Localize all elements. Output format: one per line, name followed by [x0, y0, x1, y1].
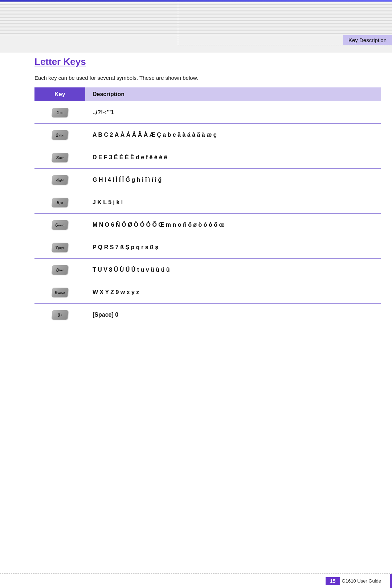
description-cell: [Space] 0 [85, 308, 381, 322]
table-row: 9wxyzW X Y Z 9 w x y z [34, 281, 381, 304]
key-sublabel: pqrs [58, 246, 65, 249]
key-icon: 5jkl [52, 198, 68, 207]
key-number: 8 [56, 267, 59, 272]
key-number: 9 [55, 289, 58, 295]
key-sublabel: tuv [59, 268, 64, 272]
footer-right-accent [390, 574, 392, 588]
key-number: 4 [56, 177, 59, 182]
key-number: 3 [56, 155, 59, 160]
key-sublabel: wxyz [58, 291, 65, 294]
key-icon: 2abc [52, 130, 68, 140]
table-row: 0±[Space] 0 [34, 304, 381, 326]
table-row: 1○□.,/?!-:'"1 [34, 101, 381, 124]
description-cell: M N O 6 Ñ Ö Ø Ò Ó Ô Õ Œ m n o ñ ö ø ò ó … [85, 218, 381, 232]
header: Key Description [0, 0, 392, 53]
key-sublabel: abc [59, 133, 64, 137]
key-cell: 4ghi [34, 172, 85, 188]
description-cell: J K L 5 j k l [85, 196, 381, 209]
table-rows: 1○□.,/?!-:'"12abcA B C 2 Ä À Á Â Ã Å Æ Ç… [34, 101, 381, 326]
key-cell: 6mno [34, 217, 85, 233]
table-row: 5jklJ K L 5 j k l [34, 191, 381, 214]
key-icon: 1○□ [52, 108, 68, 117]
description-cell: .,/?!-:'"1 [85, 106, 381, 119]
table-row: 4ghiG H I 4 Ï Ì Í Î Ğ g h i ï ì í î ğ [34, 169, 381, 191]
key-sublabel: ghi [59, 178, 64, 182]
col-desc-header: Description [85, 87, 381, 101]
table-header: Key Description [34, 87, 381, 101]
table-row: 7pqrsP Q R S 7 ß Ş p q r s ß ş [34, 236, 381, 259]
key-sublabel: def [59, 156, 64, 159]
table-row: 3defD E F 3 Ë È É Ê d e f ë è é ê [34, 146, 381, 169]
key-description-badge: Key Description [343, 35, 392, 45]
key-cell: 0± [34, 307, 85, 322]
table-row: 2abcA B C 2 Ä À Á Â Ã Å Æ Ç a b c ä à á … [34, 124, 381, 146]
description-cell: W X Y Z 9 w x y z [85, 285, 381, 299]
table-row: 6mnoM N O 6 Ñ Ö Ø Ò Ó Ô Õ Œ m n o ñ ö ø … [34, 214, 381, 236]
key-sublabel: ○□ [60, 111, 63, 114]
key-icon: 6mno [52, 220, 68, 230]
key-icon: 9wxyz [52, 288, 68, 297]
key-sublabel: jkl [60, 201, 63, 204]
description-cell: D E F 3 Ë È É Ê d e f ë è é ê [85, 151, 381, 164]
main-content: Letter Keys Each key can be used for sev… [34, 56, 381, 326]
key-icon: 4ghi [52, 175, 68, 185]
key-icon: 3def [52, 153, 68, 162]
intro-text: Each key can be used for several symbols… [34, 75, 381, 81]
footer: 15 G1610 User Guide [0, 573, 392, 588]
description-cell: T U V 8 Ü Ù Ú Û t u v ü ù ú û [85, 263, 381, 277]
key-cell: 8tuv [34, 262, 85, 277]
key-number: 0 [57, 312, 61, 317]
footer-page-number: 15 [326, 577, 340, 585]
key-number: 5 [57, 200, 60, 205]
key-number: 6 [55, 222, 58, 227]
page-title: Letter Keys [34, 56, 381, 67]
key-cell: 5jkl [34, 195, 85, 210]
key-cell: 2abc [34, 127, 85, 143]
table-row: 8tuvT U V 8 Ü Ù Ú Û t u v ü ù ú û [34, 259, 381, 281]
key-number: 1 [56, 110, 60, 115]
key-number: 2 [56, 132, 59, 137]
header-right-box: Key Description [178, 0, 392, 45]
description-cell: A B C 2 Ä À Á Â Ã Å Æ Ç a b c ä à á â ã … [85, 128, 381, 142]
key-sublabel: mno [58, 223, 65, 227]
key-sublabel: ± [60, 313, 62, 317]
footer-guide-text: G1610 User Guide [342, 578, 381, 584]
key-cell: 7pqrs [34, 240, 85, 255]
description-cell: P Q R S 7 ß Ş p q r s ß ş [85, 240, 381, 254]
key-icon: 7pqrs [52, 243, 68, 252]
key-icon: 8tuv [52, 265, 68, 275]
description-cell: G H I 4 Ï Ì Í Î Ğ g h i ï ì í î ğ [85, 173, 381, 187]
key-cell: 1○□ [34, 105, 85, 120]
key-icon: 0± [52, 310, 68, 320]
key-cell: 3def [34, 150, 85, 165]
key-number: 7 [55, 244, 58, 250]
key-cell: 9wxyz [34, 285, 85, 300]
col-key-header: Key [34, 87, 85, 101]
